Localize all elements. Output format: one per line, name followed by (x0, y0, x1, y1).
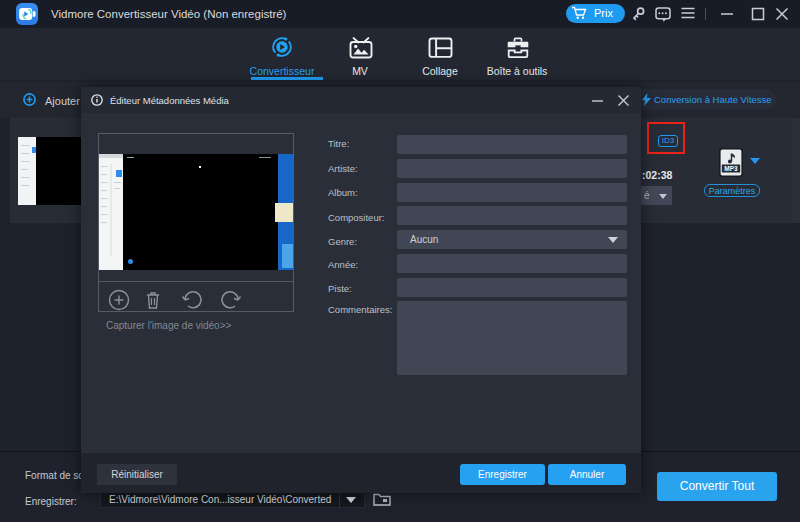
svg-text:MP3: MP3 (724, 165, 738, 172)
